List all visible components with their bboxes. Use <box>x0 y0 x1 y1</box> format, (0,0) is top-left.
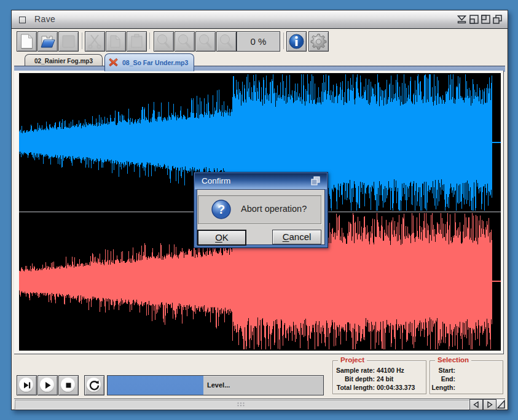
svg-text:?: ? <box>218 203 225 216</box>
